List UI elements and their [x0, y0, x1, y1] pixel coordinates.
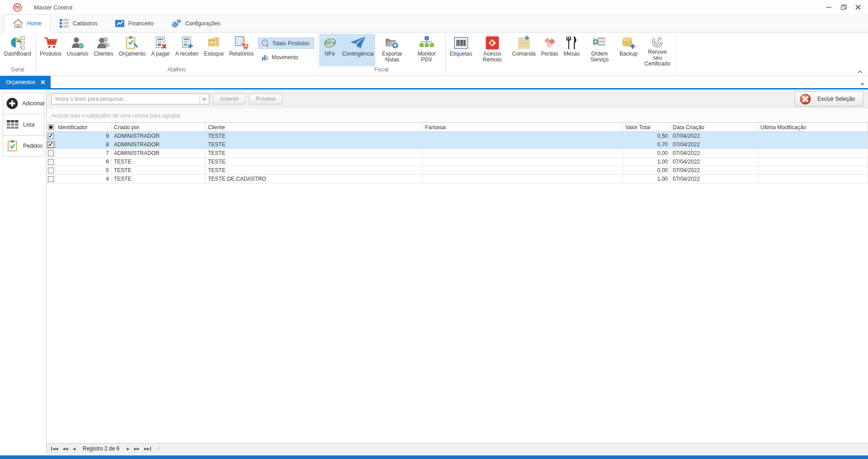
tab-orcamentos[interactable]: Orçamentos — [0, 76, 51, 88]
row-checkbox[interactable] — [47, 149, 56, 157]
ribbon-item-exportar-notas[interactable]: Exportar Notas — [375, 34, 410, 66]
row-checkbox[interactable] — [47, 175, 56, 183]
nav-next-button[interactable]: ▶ — [124, 444, 132, 454]
nav-first-button[interactable]: ◀◀ — [49, 444, 60, 454]
ribbon-item-a-pagar[interactable]: A pagar — [148, 34, 172, 66]
ribbon-item-orcamento[interactable]: Orçamento — [116, 34, 148, 66]
table-row[interactable]: 5TESTETESTE0,0007/04/2022 — [47, 166, 868, 175]
menu-tab-label: Home — [27, 20, 42, 27]
column-header-data-criacao[interactable]: Data Criação — [670, 123, 758, 131]
nav-prev-button[interactable]: ◀ — [71, 444, 78, 454]
ribbon-item-usuarios[interactable]: Usuários — [64, 34, 91, 66]
ribbon-item-a-receber[interactable]: A receber — [173, 34, 201, 66]
chevron-up-icon[interactable] — [857, 70, 863, 74]
sidebar: AdicionarListaPedidos — [0, 89, 47, 454]
table-row[interactable]: 6TESTETESTE1,0007/04/2022 — [47, 158, 868, 166]
ribbon-item-totais-produtos[interactable]: Totais Produtos — [258, 37, 314, 49]
service-order-icon — [592, 35, 607, 51]
tab-scroll-left-button[interactable]: < — [153, 445, 164, 452]
close-button[interactable] — [851, 0, 865, 14]
menu-tab-home[interactable]: Home — [4, 14, 51, 33]
cell-valor-total: 1,00 — [623, 175, 670, 183]
excluir-selecao-button[interactable]: Excluir Seleção — [795, 91, 863, 107]
row-checkbox[interactable] — [47, 141, 56, 149]
cell-ultima-modificacao — [758, 141, 868, 149]
row-checkbox[interactable] — [47, 132, 56, 140]
cell-cliente: TESTE — [206, 149, 423, 157]
clipboard-check-icon — [124, 35, 140, 51]
tab-close-icon[interactable] — [41, 80, 45, 84]
column-header-fantasia[interactable]: Fantasia — [423, 123, 623, 131]
ribbon-item-label: Usuários — [67, 51, 88, 57]
stock-box-icon — [207, 35, 221, 51]
losses-icon — [542, 35, 557, 51]
ribbon-item-renove-seu-certificado[interactable]: Renove seu Certificado — [640, 34, 675, 66]
cell-cliente: TESTE DE CADASTRO — [206, 175, 423, 183]
ribbon-item-acesso-remoto[interactable]: Acesso Remoto — [475, 34, 509, 66]
ribbon-item-produtos[interactable]: Produtos — [37, 34, 64, 66]
menu-tabbar: HomeCadastrosFinanceiroConfigurações — [0, 14, 868, 33]
ribbon-item-comanda[interactable]: Comanda — [509, 34, 538, 66]
table-row[interactable]: 7ADMINISTRADORTESTE0,0007/04/2022 — [47, 149, 868, 158]
ribbon-item-contingencia[interactable]: Contingência — [341, 34, 375, 66]
ribbon-item-movimento[interactable]: Movimento — [258, 52, 314, 63]
ribbon-item-clientes[interactable]: Clientes — [91, 34, 116, 66]
menu-tab-cadastros[interactable]: Cadastros — [51, 14, 106, 32]
report-icon — [234, 35, 249, 51]
row-checkbox[interactable] — [47, 158, 56, 166]
menu-tab-configuracoes[interactable]: Configurações — [162, 14, 229, 32]
table-row[interactable]: 4TESTETESTE DE CADASTRO1,0007/04/2022 — [47, 175, 868, 183]
cell-valor-total: 0,00 — [623, 166, 670, 174]
search-chevron-icon[interactable] — [199, 94, 209, 104]
table-row[interactable]: 9ADMINISTRADORTESTE0,5007/04/2022 — [47, 132, 868, 141]
nav-next-page-button[interactable]: ▶▶ — [132, 444, 142, 454]
row-checkbox[interactable] — [47, 166, 56, 174]
column-header-ultima-modificacao[interactable]: Ultima Modificação — [758, 123, 868, 131]
ribbon-item-monitor-pdv[interactable]: Monitor PDV — [410, 34, 444, 66]
ribbon-item-estoque[interactable]: Estoque — [201, 34, 226, 66]
table-row[interactable]: 8ADMINISTRADORTESTE0,7007/04/2022 — [47, 141, 868, 149]
search-input[interactable] — [52, 96, 199, 102]
ribbon-item-etiquetas[interactable]: Etiquetas — [447, 34, 475, 66]
sidebar-item-lista[interactable]: Lista — [3, 114, 44, 136]
ribbon-item-nfe[interactable]: NFeNFe — [319, 34, 341, 66]
chevron-down-icon[interactable] — [860, 83, 864, 86]
ribbon-group-extra: EtiquetasAcesso RemotoComandaPerdasMesas… — [446, 33, 676, 75]
ribbon-item-perdas[interactable]: Perdas — [538, 34, 561, 66]
select-all-checkbox[interactable] — [47, 123, 56, 131]
proximo-button[interactable]: Próximo — [249, 94, 283, 104]
ribbon-item-dashboard[interactable]: DashBoard — [1, 34, 34, 66]
menu-tab-financeiro[interactable]: Financeiro — [106, 14, 162, 32]
anterior-button[interactable]: Anterior — [213, 94, 245, 104]
ribbon-item-relatorios[interactable]: Relatórios — [226, 34, 256, 66]
cell-criado-por: TESTE — [112, 166, 206, 174]
nav-prev-page-button[interactable]: ◀◀ — [60, 444, 70, 454]
nav-last-button[interactable]: ▶▶ — [142, 444, 153, 454]
home-icon — [13, 19, 24, 28]
restore-button[interactable] — [836, 0, 851, 14]
cell-fantasia — [423, 141, 623, 149]
group-by-panel[interactable]: Arraste aqui o cabeçalho de uma coluna p… — [47, 108, 868, 122]
column-header-valor-total[interactable]: Valor Total — [623, 123, 670, 131]
ribbon-item-mesas[interactable]: Mesas — [561, 34, 582, 66]
ribbon-item-backup[interactable]: Backup — [617, 34, 640, 66]
ribbon: DashBoardGeralProdutosUsuáriosClientesOr… — [0, 33, 868, 76]
document-plus-icon — [179, 35, 194, 51]
nfe-icon: NFe — [322, 35, 338, 51]
grid-body: 9ADMINISTRADORTESTE0,5007/04/20228ADMINI… — [47, 132, 868, 183]
sidebar-item-pedidos[interactable]: Pedidos — [3, 135, 44, 157]
cell-criado-por: ADMINISTRADOR — [112, 149, 206, 157]
column-header-criado-por[interactable]: Criado por — [112, 123, 206, 131]
sidebar-item-adicionar[interactable]: Adicionar — [3, 93, 44, 114]
column-header-identificador[interactable]: Identificador — [56, 123, 112, 131]
menu-tab-label: Cadastros — [73, 20, 98, 27]
sidebar-item-label: Lista — [23, 122, 34, 128]
ribbon-stack: Totais ProdutosMovimento — [258, 34, 314, 66]
ribbon-item-ordem-servico[interactable]: Ordem Serviço — [582, 34, 617, 66]
cell-ultima-modificacao — [758, 158, 868, 166]
ribbon-item-label: Relatórios — [229, 51, 254, 57]
ribbon-item-label: Renove seu Certificado — [643, 49, 672, 67]
minimize-button[interactable] — [822, 0, 836, 14]
cell-identificador: 8 — [56, 141, 112, 149]
column-header-cliente[interactable]: Cliente — [206, 123, 423, 131]
